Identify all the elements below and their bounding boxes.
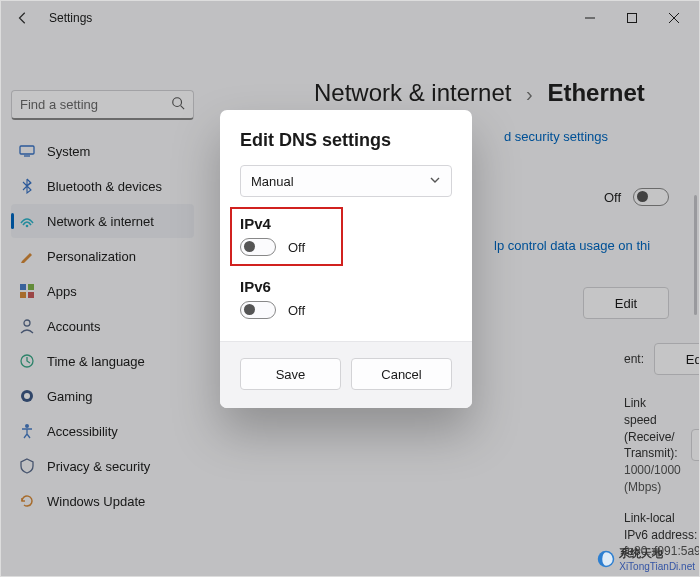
ipv6-title: IPv6 xyxy=(240,278,452,295)
ipv6-state-label: Off xyxy=(288,303,305,318)
ipv4-toggle[interactable] xyxy=(240,238,276,256)
chevron-down-icon xyxy=(429,174,441,189)
dns-mode-value: Manual xyxy=(251,174,294,189)
watermark-text: 系统天地 xyxy=(619,546,695,561)
ipv4-state-label: Off xyxy=(288,240,305,255)
cancel-button[interactable]: Cancel xyxy=(351,358,452,390)
ipv4-title: IPv4 xyxy=(240,215,305,232)
save-button[interactable]: Save xyxy=(240,358,341,390)
dialog-title: Edit DNS settings xyxy=(240,130,452,151)
ipv4-highlight: IPv4 Off xyxy=(230,207,343,266)
dns-settings-dialog: Edit DNS settings Manual IPv4 Off IPv6 O… xyxy=(220,110,472,408)
settings-window: Settings Find a setting System Bluetooth… xyxy=(0,0,700,577)
watermark-url: XiTongTianDi.net xyxy=(619,561,695,572)
watermark: 系统天地 XiTongTianDi.net xyxy=(597,546,695,572)
ipv6-toggle[interactable] xyxy=(240,301,276,319)
dns-mode-select[interactable]: Manual xyxy=(240,165,452,197)
